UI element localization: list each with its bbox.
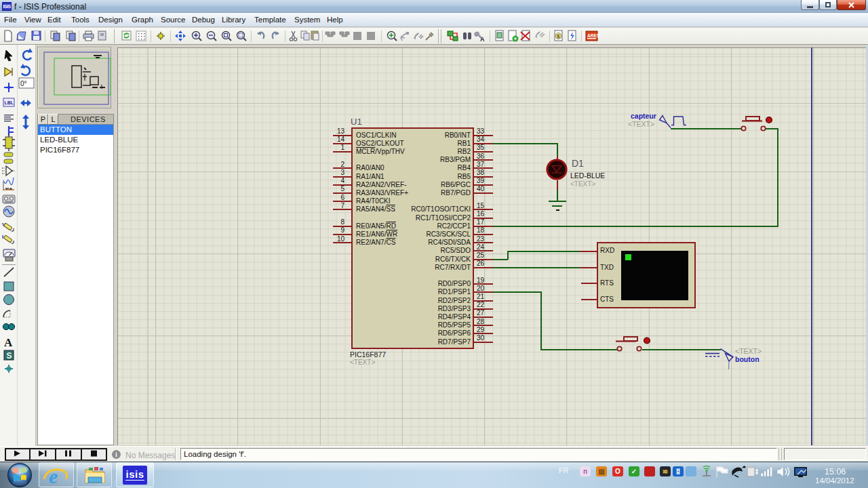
svg-text:A: A [4,336,13,349]
svg-text:0°: 0° [20,80,27,87]
svg-text:e: e [49,465,58,487]
svg-text:A: A [480,36,485,43]
svg-text:I: I [2,234,3,240]
svg-text:ARES: ARES [587,33,600,38]
svg-text:S: S [7,351,12,361]
svg-text:$: $ [557,33,560,39]
svg-text:LBL: LBL [5,100,14,105]
